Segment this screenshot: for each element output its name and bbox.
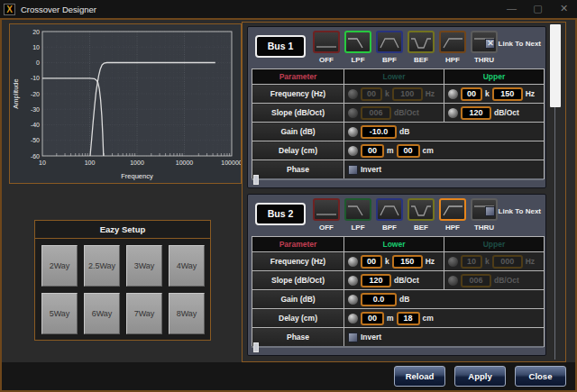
bus-2-delay-radio[interactable] <box>348 314 358 324</box>
bus-2-filter-buttons <box>313 198 498 221</box>
svg-text:1000: 1000 <box>130 160 144 166</box>
easy-setup-3way-button[interactable]: 3Way <box>126 245 162 287</box>
unit-k: k <box>385 89 389 98</box>
bus-1-frequency-label: Frequency (Hz) <box>252 85 344 104</box>
unit-m: m <box>387 314 394 323</box>
bus-1-filter-bpf-button[interactable] <box>376 31 403 53</box>
bus-2-filter-bef-button[interactable] <box>408 198 435 221</box>
bus-2-upper-slope-radio[interactable] <box>448 276 458 286</box>
bus-1-delay-radio[interactable] <box>348 146 358 156</box>
bus-1-slope-label: Slope (dB/Oct) <box>252 104 344 123</box>
filter-label-thru: THRU <box>471 56 498 64</box>
bus-1-gain-radio[interactable] <box>348 127 358 137</box>
scrollbar-track <box>252 346 544 348</box>
bus-2-link-to-next-checkbox[interactable] <box>485 206 495 216</box>
scrollbar-track <box>252 178 544 180</box>
bus-1-header-lower: Lower <box>344 69 444 85</box>
svg-text:-10: -10 <box>31 75 40 81</box>
bus-2-upper-frequency-radio[interactable] <box>448 257 458 267</box>
bus-1-lower-frequency-radio[interactable] <box>348 89 358 99</box>
bus-1-delay-m-field[interactable] <box>361 144 384 158</box>
lpf-filter-icon <box>347 204 369 216</box>
bus-2-frequency-label: Frequency (Hz) <box>252 252 344 271</box>
easy-setup-6way-button[interactable]: 6Way <box>84 293 120 334</box>
bus-2-upper-slope-field[interactable] <box>461 274 491 287</box>
bus-2-upper-frequency-field[interactable] <box>492 255 523 269</box>
apply-button[interactable]: Apply <box>454 366 506 387</box>
bus-1-gain-field[interactable] <box>361 125 397 139</box>
minimize-button[interactable]: — <box>499 0 525 18</box>
bus-2-filter-bpf-button[interactable] <box>376 198 403 221</box>
unit-db-oct: dB/Oct <box>394 108 419 117</box>
bus-1-upper-slope-radio[interactable] <box>448 108 458 118</box>
bus-2-lower-slope-field[interactable] <box>361 274 391 287</box>
bus-2-gain-field[interactable] <box>361 293 397 306</box>
maximize-button[interactable]: ▢ <box>525 0 551 18</box>
bus-1-filter-lpf-button[interactable] <box>344 31 371 53</box>
bus-1-filter-hpf-button[interactable] <box>439 31 466 53</box>
filter-label-hpf: HPF <box>439 56 466 64</box>
bus-1-lower-frequency-k-field[interactable] <box>361 87 382 101</box>
bus-1-upper-slope-field[interactable] <box>461 106 491 120</box>
bus-2-upper-frequency-k-field[interactable] <box>461 255 482 269</box>
bus-1-upper-frequency-radio[interactable] <box>448 89 458 99</box>
unit-hz: Hz <box>426 257 435 266</box>
app-icon: X <box>4 4 15 15</box>
scrollbar-thumb[interactable] <box>253 175 259 185</box>
bus-2-gain-radio[interactable] <box>348 295 358 305</box>
easy-setup-5way-button[interactable]: 5Way <box>41 293 78 334</box>
easy-setup-2way-button[interactable]: 2Way <box>41 245 78 287</box>
close-button[interactable]: Close <box>515 366 566 387</box>
unit-db-oct: dB/Oct <box>494 276 519 285</box>
bus-1-lower-frequency-field[interactable] <box>392 87 423 101</box>
easy-setup-4way-button[interactable]: 4Way <box>169 245 205 287</box>
easy-setup-7way-button[interactable]: 7Way <box>126 293 162 334</box>
svg-text:100000: 100000 <box>221 160 241 166</box>
bus-1-horizontal-scrollbar[interactable] <box>252 175 544 185</box>
bus-2-phase-invert-checkbox[interactable] <box>348 333 358 342</box>
bus-1-lower-slope-radio[interactable] <box>348 108 358 118</box>
title-bar: X Crossover Designer — ▢ ✕ <box>0 0 577 18</box>
invert-label: Invert <box>361 165 381 174</box>
easy-setup-25way-button[interactable]: 2.5Way <box>84 245 120 287</box>
bus-2-delay-m-field[interactable] <box>361 312 384 325</box>
svg-text:100: 100 <box>85 160 96 166</box>
bus-2-lower-frequency-field[interactable] <box>392 255 423 269</box>
bus-2-lower-frequency-radio[interactable] <box>348 257 358 267</box>
bus-2-filter-hpf-button[interactable] <box>439 198 466 221</box>
bus-1-delay-cm-field[interactable] <box>397 144 420 158</box>
bus-1-phase-invert-checkbox[interactable] <box>348 165 358 175</box>
scrollbar-thumb[interactable] <box>550 24 561 107</box>
bus-1-header-parameter: Parameter <box>252 69 344 85</box>
easy-setup-8way-button[interactable]: 8Way <box>169 293 205 334</box>
bus-1-link-to-next-checkbox[interactable] <box>485 39 495 49</box>
reload-button[interactable]: Reload <box>394 366 445 387</box>
bus-2-panel: Bus 2 <box>247 194 546 356</box>
bus-2-lower-slope-radio[interactable] <box>348 276 358 286</box>
filter-label-bef: BEF <box>408 56 435 64</box>
unit-k: k <box>385 257 389 266</box>
unit-hz: Hz <box>526 257 535 266</box>
bus-2-parameter-table: Parameter Lower Upper Frequency (Hz) k H… <box>252 236 545 347</box>
scrollbar-thumb[interactable] <box>253 342 259 352</box>
close-window-button[interactable]: ✕ <box>551 0 577 18</box>
hpf-filter-icon <box>442 204 463 216</box>
bus-1-upper-frequency-k-field[interactable] <box>461 87 482 101</box>
svg-text:-30: -30 <box>31 106 40 113</box>
bus-list-vertical-scrollbar[interactable] <box>549 24 562 360</box>
bus-2-link-to-next: Link To Next <box>485 206 541 216</box>
unit-db-oct: dB/Oct <box>494 108 519 117</box>
bus-2-delay-cm-field[interactable] <box>397 312 420 325</box>
bus-1-filter-bef-button[interactable] <box>408 31 435 53</box>
svg-text:-40: -40 <box>31 122 40 128</box>
bus-1-upper-frequency-field[interactable] <box>492 87 523 101</box>
bus-1-lower-slope-field[interactable] <box>361 106 391 120</box>
unit-hz: Hz <box>426 89 435 98</box>
bus-2-horizontal-scrollbar[interactable] <box>252 342 544 352</box>
bus-2-filter-lpf-button[interactable] <box>344 198 371 221</box>
filter-label-lpf: LPF <box>344 223 371 232</box>
bus-2-lower-frequency-k-field[interactable] <box>361 255 382 269</box>
bus-2-gain-label: Gain (dB) <box>252 290 344 309</box>
bus-2-filter-off-button[interactable] <box>313 198 340 221</box>
bus-1-filter-off-button[interactable] <box>313 31 340 53</box>
